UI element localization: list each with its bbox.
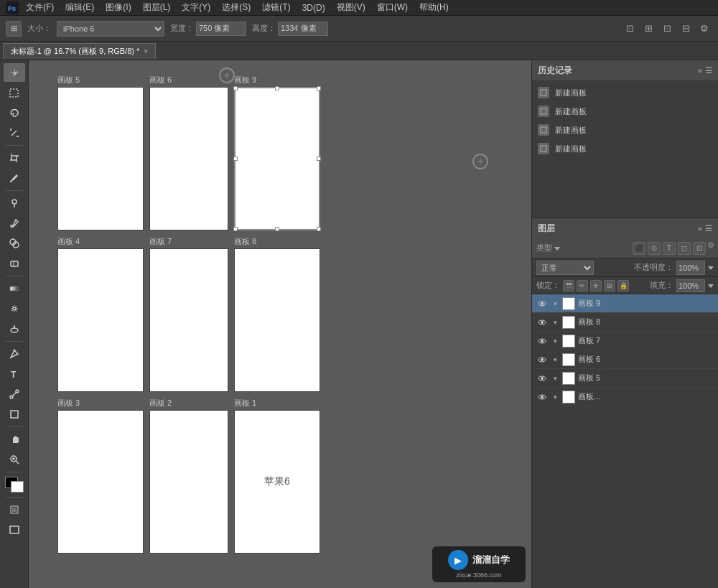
filter-shape-btn[interactable]: ◻ (678, 242, 691, 255)
tool-text[interactable]: T (4, 365, 25, 383)
menu-filter[interactable]: 滤镜(T) (258, 0, 294, 15)
artboard-9[interactable] (234, 87, 320, 230)
tool-brush[interactable] (4, 214, 25, 233)
layer-expand-5[interactable]: ▾ (551, 374, 559, 383)
menu-3d[interactable]: 3D(D) (298, 1, 330, 14)
active-tab[interactable]: 未标题-1 @ 16.7% (画板 9, RGB/8) * × (3, 43, 156, 59)
tab-close-btn[interactable]: × (144, 47, 148, 55)
tool-blur[interactable] (4, 299, 25, 318)
handle-ml[interactable] (233, 157, 238, 161)
filter-adjustment-btn[interactable]: ⊙ (648, 242, 661, 255)
width-input[interactable] (196, 22, 246, 36)
layer-item-more[interactable]: ▾ 画板... (532, 388, 718, 406)
handle-br[interactable] (317, 227, 321, 231)
settings-btn[interactable]: ⚙ (696, 21, 712, 37)
menu-layer[interactable]: 图层(L) (139, 0, 175, 15)
layer-expand-9[interactable]: ▾ (551, 299, 559, 308)
artboard-2[interactable] (149, 410, 228, 554)
transform-btn[interactable]: ⊡ (622, 21, 638, 37)
handle-tr[interactable] (317, 86, 321, 90)
layer-visibility-5[interactable] (536, 373, 548, 384)
add-artboard-right-btn[interactable]: + (472, 154, 488, 169)
handle-tl[interactable] (233, 86, 238, 90)
filter-pixel-btn[interactable]: ⬛ (633, 242, 645, 255)
align-btn[interactable]: ⊡ (659, 21, 675, 37)
tool-quickmask[interactable] (4, 500, 25, 519)
layer-visibility-6[interactable] (536, 354, 548, 365)
layer-item-8[interactable]: ▾ 画板 8 (532, 313, 718, 332)
tool-path-select[interactable] (4, 385, 25, 403)
tool-lasso[interactable] (4, 103, 25, 122)
tool-dodge[interactable] (4, 319, 25, 338)
opacity-input[interactable] (676, 261, 705, 275)
layers-menu-btn[interactable]: ☰ (705, 224, 712, 233)
tool-heal[interactable] (4, 194, 25, 213)
distribute-btn[interactable]: ⊟ (678, 21, 694, 37)
layer-visibility-7[interactable] (536, 335, 548, 347)
history-menu-btn[interactable]: ☰ (705, 66, 712, 75)
fill-input[interactable] (676, 279, 705, 292)
lock-all-btn[interactable]: 🔒 (617, 280, 629, 291)
lock-transparent-btn[interactable] (563, 280, 574, 291)
layer-visibility-9[interactable] (536, 298, 548, 309)
tool-eyedropper[interactable] (4, 169, 25, 187)
artboard-6[interactable] (149, 87, 228, 230)
artboard-8[interactable] (234, 248, 320, 392)
blend-mode-select[interactable]: 正常 (536, 261, 594, 275)
canvas-area[interactable]: + + 画板 5 画板 6 画板 9 (29, 60, 531, 588)
layer-visibility-more[interactable] (536, 391, 548, 403)
menu-file[interactable]: 文件(F) (22, 0, 58, 15)
history-collapse-btn[interactable]: « (698, 66, 702, 75)
tool-magic-wand[interactable] (4, 123, 25, 142)
tool-gradient[interactable] (4, 279, 25, 298)
history-item-3[interactable]: 新建画板 (532, 121, 718, 139)
color-boxes[interactable] (5, 477, 24, 493)
height-input[interactable] (278, 22, 328, 36)
history-item-1[interactable]: 新建画板 (532, 83, 718, 102)
layer-expand-7[interactable]: ▾ (551, 337, 559, 345)
layer-item-6[interactable]: ▾ 画板 6 (532, 350, 718, 369)
filter-toggle-dot[interactable] (708, 242, 714, 248)
layer-item-7[interactable]: ▾ 画板 7 (532, 332, 718, 350)
artboard-5[interactable] (57, 87, 144, 230)
tool-shape[interactable] (4, 405, 25, 424)
background-color[interactable] (11, 481, 24, 493)
layer-expand-6[interactable]: ▾ (551, 355, 559, 364)
tool-eraser[interactable] (4, 254, 25, 273)
menu-select[interactable]: 选择(S) (218, 0, 255, 15)
history-item-4[interactable]: 新建画板 (532, 139, 718, 158)
tool-rectangle-select[interactable] (4, 83, 25, 102)
artboard-7[interactable] (149, 248, 228, 392)
tool-move[interactable] (4, 63, 25, 82)
menu-image[interactable]: 图像(I) (101, 0, 135, 15)
lock-artboard-btn[interactable]: ⊞ (604, 280, 615, 291)
handle-bl[interactable] (233, 227, 238, 231)
artboard-3[interactable] (57, 410, 144, 554)
handle-mr[interactable] (317, 157, 321, 161)
history-item-2[interactable]: 新建画板 (532, 102, 718, 121)
layer-item-9[interactable]: ▾ 画板 9 (532, 294, 718, 313)
menu-text[interactable]: 文字(Y) (177, 0, 215, 15)
layer-expand-more[interactable]: ▾ (551, 393, 559, 401)
handle-bm[interactable] (275, 227, 279, 231)
menu-edit[interactable]: 编辑(E) (61, 0, 98, 15)
tool-zoom[interactable] (4, 450, 25, 469)
lock-pixels-btn[interactable]: ✏ (577, 280, 588, 291)
tool-clone[interactable] (4, 234, 25, 253)
menu-view[interactable]: 视图(V) (332, 0, 370, 15)
lock-position-btn[interactable]: ✛ (590, 280, 602, 291)
filter-text-btn[interactable]: T (663, 242, 676, 255)
tool-hand[interactable] (4, 430, 25, 449)
layers-collapse-btn[interactable]: « (698, 224, 702, 233)
warp-btn[interactable]: ⊞ (640, 21, 656, 37)
artboard-options-btn[interactable]: ⊞ (6, 21, 22, 37)
tool-screen-mode[interactable] (4, 521, 25, 539)
artboard-4[interactable] (57, 248, 144, 392)
layers-list[interactable]: ▾ 画板 9 ▾ 画板 8 ▾ (532, 294, 718, 588)
layer-item-5[interactable]: ▾ 画板 5 (532, 369, 718, 388)
handle-tm[interactable] (275, 86, 279, 90)
tool-crop[interactable] (4, 149, 25, 167)
tool-pen[interactable] (4, 345, 25, 363)
device-select[interactable]: iPhone 6 (57, 21, 164, 37)
menu-window[interactable]: 窗口(W) (373, 0, 412, 15)
